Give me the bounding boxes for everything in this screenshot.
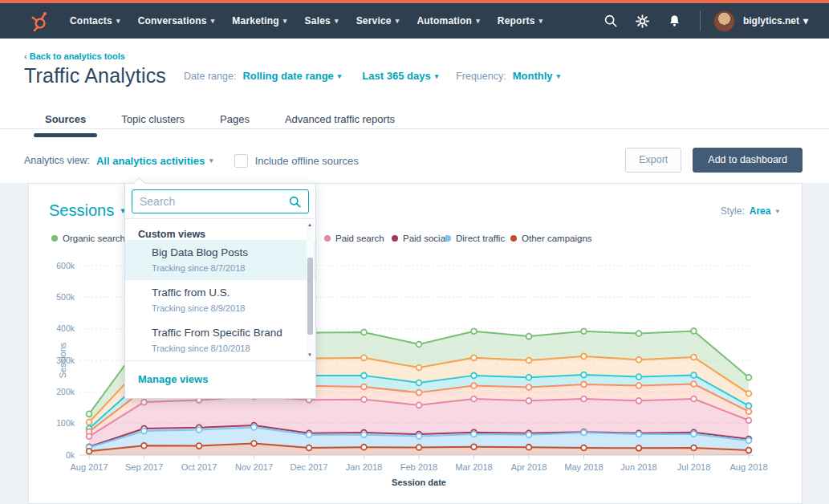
svg-text:Oct 2017: Oct 2017	[181, 462, 217, 472]
account-menu[interactable]: biglytics.net	[743, 15, 808, 26]
scroll-down-icon[interactable]: ▼	[307, 352, 312, 357]
dropdown-item-traffic-from-u-s-[interactable]: Traffic from U.S.Tracking since 8/9/2018	[125, 280, 315, 320]
style-dropdown[interactable]: Area	[750, 205, 771, 217]
svg-text:May 2018: May 2018	[564, 462, 603, 472]
dropdown-item-big-data-blog-posts[interactable]: Big Data Blog PostsTracking since 8/7/20…	[125, 240, 315, 280]
svg-text:Feb 2018: Feb 2018	[400, 462, 437, 472]
chevron-down-icon	[476, 17, 480, 25]
svg-text:200k: 200k	[56, 387, 75, 396]
chevron-down-icon	[209, 156, 213, 165]
chevron-down-icon	[338, 72, 342, 80]
account-name: biglytics.net	[743, 15, 799, 26]
chevron-down-icon	[775, 207, 779, 215]
svg-text:400k: 400k	[56, 323, 75, 333]
chevron-down-icon	[211, 17, 215, 25]
svg-text:0k: 0k	[66, 450, 75, 460]
export-button[interactable]: Export	[625, 148, 681, 173]
offline-sources-checkbox[interactable]	[234, 154, 248, 168]
chevron-down-icon	[539, 17, 543, 25]
svg-text:Session date: Session date	[392, 478, 446, 487]
frequency-label: Frequency:	[456, 71, 506, 82]
search-input[interactable]	[140, 195, 285, 208]
svg-text:Dec 2017: Dec 2017	[290, 462, 327, 472]
legend-dot-icon	[324, 235, 331, 242]
sessions-metric-dropdown[interactable]: Sessions	[49, 201, 125, 220]
style-label: Style:	[721, 205, 745, 217]
svg-text:100k: 100k	[56, 418, 75, 428]
hubspot-sprocket-icon[interactable]	[30, 10, 50, 32]
svg-text:Apr 2018: Apr 2018	[511, 462, 547, 472]
scrollbar-thumb[interactable]	[307, 258, 313, 335]
chevron-down-icon	[396, 17, 400, 25]
svg-text:600k: 600k	[56, 261, 75, 270]
dropdown-item-traffic-from-specific-brand[interactable]: Traffic From Specific BrandTracking sinc…	[125, 320, 315, 360]
scroll-up-icon[interactable]: ▲	[307, 222, 312, 227]
legend-dot-icon	[392, 235, 398, 242]
legend-dot-icon	[445, 235, 451, 242]
nav-menu: ContactsConversationsMarketingSalesServi…	[61, 10, 551, 31]
notifications-bell-icon[interactable]	[663, 9, 687, 33]
svg-text:Sep 2017: Sep 2017	[125, 462, 163, 472]
settings-gear-icon[interactable]	[631, 9, 655, 33]
nav-item-reports[interactable]: Reports	[489, 10, 551, 31]
date-range-dropdown[interactable]: Rolling date range	[242, 70, 341, 82]
nav-item-automation[interactable]: Automation	[408, 10, 488, 31]
legend-item-paid-search[interactable]: Paid search	[324, 234, 384, 243]
dropdown-search[interactable]	[132, 189, 309, 213]
svg-text:500k: 500k	[56, 292, 75, 302]
add-to-dashboard-button[interactable]: Add to dashboard	[693, 148, 803, 173]
svg-text:Mar 2018: Mar 2018	[455, 462, 492, 472]
nav-item-conversations[interactable]: Conversations	[129, 10, 224, 31]
chevron-down-icon	[557, 72, 561, 80]
svg-text:Jan 2018: Jan 2018	[346, 462, 382, 472]
scrollbar[interactable]: ▲ ▼	[307, 221, 314, 359]
nav-divider	[700, 10, 701, 31]
tab-pages[interactable]: Pages	[205, 107, 264, 136]
legend-dot-icon	[51, 235, 58, 242]
svg-text:Jun 2018: Jun 2018	[620, 462, 656, 472]
nav-item-service[interactable]: Service	[347, 10, 408, 31]
tab-advanced-traffic-reports[interactable]: Advanced traffic reports	[270, 107, 409, 136]
svg-text:Nov 2017: Nov 2017	[235, 462, 273, 472]
analytics-view-dropdown[interactable]: All analytics activities	[96, 155, 213, 167]
tab-bar: SourcesTopic clustersPagesAdvanced traff…	[30, 107, 409, 136]
dropdown-scroll-area: Custom views Big Data Blog PostsTracking…	[125, 218, 315, 360]
period-dropdown[interactable]: Last 365 days	[362, 70, 438, 82]
chevron-down-icon	[116, 17, 120, 25]
legend-item-paid-social[interactable]: Paid social	[392, 234, 448, 243]
date-range-label: Date range:	[184, 71, 236, 82]
dropdown-group-header: Custom views	[125, 219, 315, 240]
page-title: Traffic Analytics	[24, 64, 166, 87]
legend-dot-icon	[510, 235, 517, 242]
tab-topic-clusters[interactable]: Topic clusters	[107, 107, 199, 136]
svg-text:Aug 2017: Aug 2017	[70, 462, 108, 472]
search-icon	[288, 195, 302, 212]
nav-item-contacts[interactable]: Contacts	[61, 10, 129, 31]
back-link[interactable]: ‹ Back to analytics tools	[24, 51, 125, 61]
analytics-view-popover: Custom views Big Data Blog PostsTracking…	[124, 183, 316, 399]
frequency-dropdown[interactable]: Monthly	[513, 70, 560, 82]
legend-item-organic-search[interactable]: Organic search	[51, 234, 125, 243]
svg-text:Aug 2018: Aug 2018	[729, 462, 767, 472]
svg-text:Jul 2018: Jul 2018	[677, 462, 711, 472]
chevron-down-icon	[803, 15, 808, 26]
offline-sources-label: Include offline sources	[255, 155, 359, 167]
avatar[interactable]	[713, 10, 735, 32]
analytics-view-label: Analytics view:	[24, 155, 90, 166]
top-nav: ContactsConversationsMarketingSalesServi…	[0, 0, 829, 39]
tab-sources[interactable]: Sources	[30, 107, 100, 136]
nav-item-sales[interactable]: Sales	[296, 10, 347, 31]
search-icon[interactable]	[599, 9, 623, 33]
svg-text:Sessions: Sessions	[58, 342, 67, 378]
manage-views-link[interactable]: Manage views	[138, 373, 208, 385]
chevron-down-icon	[335, 17, 339, 25]
legend-item-direct-traffic[interactable]: Direct traffic	[445, 234, 505, 243]
nav-item-marketing[interactable]: Marketing	[223, 10, 295, 31]
chevron-down-icon	[283, 17, 287, 25]
legend-item-other-campaigns[interactable]: Other campaigns	[510, 234, 592, 243]
chevron-down-icon	[435, 72, 439, 80]
